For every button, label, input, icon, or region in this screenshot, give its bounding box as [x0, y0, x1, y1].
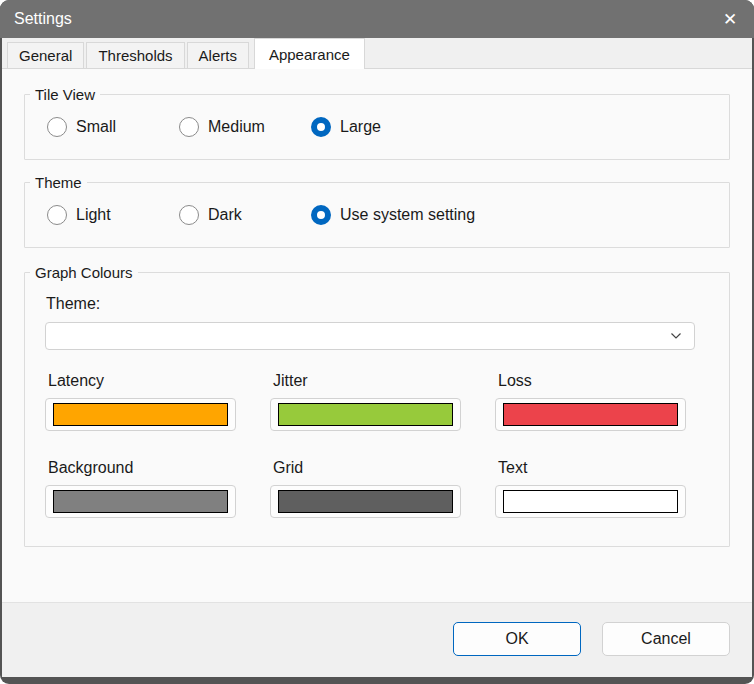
chevron-down-icon	[670, 332, 682, 340]
tile-view-group: Tile View Small Medium Large	[24, 86, 730, 160]
close-icon[interactable]: ✕	[706, 0, 754, 38]
dialog-body: General Thresholds Alerts Appearance Til…	[2, 38, 752, 677]
window-title: Settings	[14, 10, 72, 28]
grid-label: Grid	[273, 459, 461, 477]
theme-legend: Theme	[30, 174, 87, 191]
radio-medium-icon	[179, 117, 199, 137]
tab-strip: General Thresholds Alerts Appearance	[2, 38, 752, 69]
loss-colour-swatch	[503, 403, 678, 426]
jitter-colour-swatch	[278, 403, 453, 426]
latency-label: Latency	[48, 372, 236, 390]
background-colour-swatch	[53, 490, 228, 513]
radio-large-icon	[311, 117, 331, 137]
cancel-button[interactable]: Cancel	[602, 622, 730, 656]
latency-colour-button[interactable]	[45, 398, 236, 431]
graph-theme-dropdown[interactable]	[45, 322, 695, 350]
radio-dark-label: Dark	[208, 206, 242, 224]
radio-use-system-setting-label: Use system setting	[340, 206, 475, 224]
text-colour-button[interactable]	[495, 485, 686, 518]
radio-medium[interactable]: Medium	[179, 117, 311, 137]
text-label: Text	[498, 459, 686, 477]
title-bar: Settings ✕	[0, 0, 754, 38]
loss-label: Loss	[498, 372, 686, 390]
ok-button[interactable]: OK	[453, 622, 581, 656]
tab-general[interactable]: General	[7, 42, 84, 68]
graph-theme-label: Theme:	[46, 295, 709, 313]
loss-colour-button[interactable]	[495, 398, 686, 431]
radio-light-icon	[47, 205, 67, 225]
radio-use-system-setting-icon	[311, 205, 331, 225]
background-label: Background	[48, 459, 236, 477]
tab-alerts[interactable]: Alerts	[187, 42, 249, 68]
radio-small-label: Small	[76, 118, 116, 136]
radio-large[interactable]: Large	[311, 117, 381, 137]
tab-thresholds[interactable]: Thresholds	[86, 42, 184, 68]
graph-colours-legend: Graph Colours	[30, 264, 138, 281]
radio-light[interactable]: Light	[47, 205, 179, 225]
latency-colour-swatch	[53, 403, 228, 426]
graph-colours-group: Graph Colours Theme: Latency Jitter	[24, 264, 730, 547]
swatch-grid: Latency Jitter Loss Background	[45, 372, 709, 518]
text-colour-swatch	[503, 490, 678, 513]
radio-small[interactable]: Small	[47, 117, 179, 137]
graph-colours-inner: Theme: Latency Jitter Loss	[25, 281, 729, 546]
theme-options: Light Dark Use system setting	[25, 191, 729, 247]
radio-light-label: Light	[76, 206, 111, 224]
grid-colour-swatch	[278, 490, 453, 513]
tab-page-appearance: Tile View Small Medium Large	[2, 69, 752, 602]
tile-view-options: Small Medium Large	[25, 103, 729, 159]
grid-colour-button[interactable]	[270, 485, 461, 518]
theme-group: Theme Light Dark Use system setting	[24, 174, 730, 248]
jitter-colour-button[interactable]	[270, 398, 461, 431]
tile-view-legend: Tile View	[30, 86, 100, 103]
tab-appearance[interactable]: Appearance	[254, 38, 365, 69]
background-colour-button[interactable]	[45, 485, 236, 518]
radio-use-system-setting[interactable]: Use system setting	[311, 205, 475, 225]
jitter-label: Jitter	[273, 372, 461, 390]
settings-dialog: Settings ✕ General Thresholds Alerts App…	[0, 0, 754, 684]
radio-large-label: Large	[340, 118, 381, 136]
button-bar: OK Cancel	[2, 602, 752, 677]
radio-medium-label: Medium	[208, 118, 265, 136]
radio-dark-icon	[179, 205, 199, 225]
radio-small-icon	[47, 117, 67, 137]
radio-dark[interactable]: Dark	[179, 205, 311, 225]
